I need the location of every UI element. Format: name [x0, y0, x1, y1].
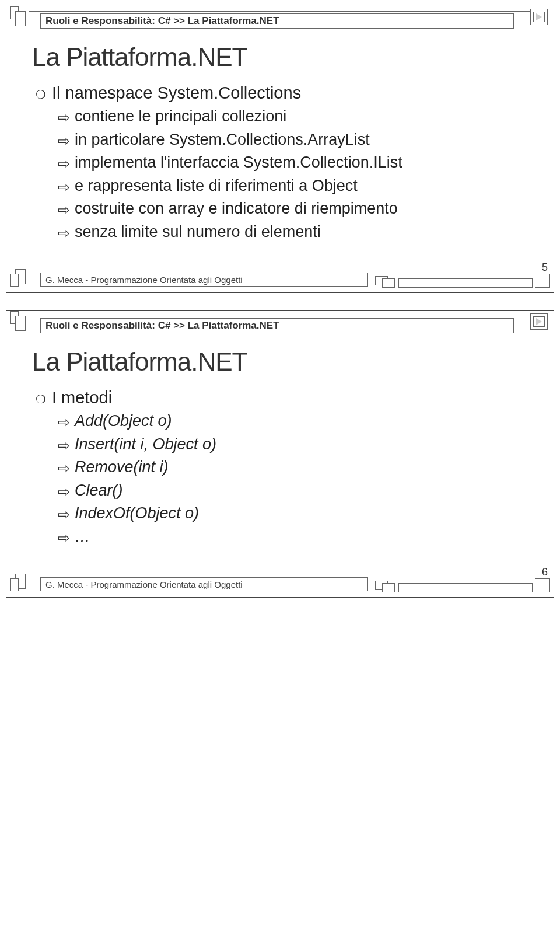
- footer-text-box: G. Mecca - Programmazione Orientata agli…: [40, 273, 368, 287]
- list-item-text: costruite con array e indicatore di riem…: [75, 198, 531, 219]
- list-item: ⇨ IndexOf(Object o): [58, 503, 531, 524]
- arrow-icon: ⇨: [58, 106, 70, 127]
- footer-text: G. Mecca - Programmazione Orientata agli…: [46, 275, 243, 285]
- list-item-text: implementa l'interfaccia System.Collecti…: [75, 152, 531, 173]
- list-item-text: Insert(int i, Object o): [75, 434, 531, 455]
- list-item: ⇨ in particolare System.Collections.Arra…: [58, 130, 531, 151]
- breadcrumb: Ruoli e Responsabilità: C# >> La Piattaf…: [40, 318, 514, 333]
- slide-1: Ruoli e Responsabilità: C# >> La Piattaf…: [6, 6, 554, 293]
- list-item: ⇨ …: [58, 526, 531, 547]
- arrow-icon: ⇨: [58, 480, 70, 501]
- list-item-text: IndexOf(Object o): [75, 503, 531, 524]
- list-item-text: in particolare System.Collections.ArrayL…: [75, 130, 531, 150]
- list-item-text: Clear(): [75, 480, 531, 501]
- arrow-icon: ⇨: [58, 198, 70, 219]
- list-item-text: contiene le principali collezioni: [75, 106, 531, 127]
- content: La Piattaforma.NET ❍ Il namespace System…: [11, 39, 549, 262]
- topic-text: Il namespace System.Collections: [52, 83, 301, 103]
- arrow-icon: ⇨: [58, 526, 70, 547]
- slide-frame: Ruoli e Responsabilità: C# >> La Piattaf…: [6, 6, 554, 293]
- list-item: ⇨ Clear(): [58, 480, 531, 501]
- header-ornament-right: [530, 9, 550, 27]
- circle-bullet-icon: ❍: [36, 392, 46, 406]
- list-item-text: senza limite sul numero di elementi: [75, 222, 531, 242]
- list-item: ⇨ implementa l'interfaccia System.Collec…: [58, 152, 531, 173]
- header: Ruoli e Responsabilità: C# >> La Piattaf…: [11, 11, 549, 31]
- footer: G. Mecca - Programmazione Orientata agli…: [11, 269, 549, 288]
- footer-ornament-right: 5: [375, 271, 550, 290]
- footer: G. Mecca - Programmazione Orientata agli…: [11, 574, 549, 592]
- breadcrumb-text: Ruoli e Responsabilità: C# >> La Piattaf…: [46, 320, 279, 332]
- topic-text: I metodi: [52, 388, 112, 407]
- arrow-icon: ⇨: [58, 457, 70, 478]
- list-item: ⇨ senza limite sul numero di elementi: [58, 222, 531, 243]
- list-item-text: Remove(int i): [75, 457, 531, 477]
- footer-text-box: G. Mecca - Programmazione Orientata agli…: [40, 577, 368, 591]
- page-title: La Piattaforma.NET: [32, 347, 531, 376]
- slide-2: Ruoli e Responsabilità: C# >> La Piattaf…: [6, 310, 554, 598]
- play-icon: [536, 318, 542, 325]
- arrow-icon: ⇨: [58, 222, 70, 243]
- list-item: ⇨ Remove(int i): [58, 457, 531, 478]
- list-item-text: Add(Object o): [75, 411, 531, 431]
- arrow-icon: ⇨: [58, 411, 70, 432]
- list-item: ⇨ costruite con array e indicatore di ri…: [58, 198, 531, 219]
- header-ornament-left: [9, 6, 33, 30]
- footer-ornament-left: [9, 268, 33, 291]
- footer-ornament-right: 6: [375, 576, 550, 595]
- header-ornament-left: [9, 311, 33, 334]
- list-item-text: e rappresenta liste di riferimenti a Obj…: [75, 176, 531, 196]
- page-title: La Piattaforma.NET: [32, 43, 531, 72]
- breadcrumb: Ruoli e Responsabilità: C# >> La Piattaf…: [40, 13, 514, 29]
- breadcrumb-text: Ruoli e Responsabilità: C# >> La Piattaf…: [46, 15, 279, 27]
- topic-line: ❍ I metodi: [36, 388, 531, 407]
- arrow-icon: ⇨: [58, 130, 70, 151]
- play-icon: [536, 13, 542, 20]
- arrow-icon: ⇨: [58, 176, 70, 197]
- list-item: ⇨ Add(Object o): [58, 411, 531, 432]
- page-number: 6: [542, 566, 548, 578]
- footer-text: G. Mecca - Programmazione Orientata agli…: [46, 580, 243, 589]
- footer-ornament-left: [9, 573, 33, 596]
- list-item-text: …: [75, 526, 531, 547]
- page-number: 5: [542, 261, 548, 274]
- slide-frame: Ruoli e Responsabilità: C# >> La Piattaf…: [6, 310, 554, 598]
- circle-bullet-icon: ❍: [36, 88, 46, 102]
- header: Ruoli e Responsabilità: C# >> La Piattaf…: [11, 316, 549, 336]
- arrow-icon: ⇨: [58, 503, 70, 524]
- content: La Piattaforma.NET ❍ I metodi ⇨ Add(Obje…: [11, 344, 549, 567]
- arrow-icon: ⇨: [58, 152, 70, 173]
- topic-line: ❍ Il namespace System.Collections: [36, 83, 531, 103]
- list-item: ⇨ e rappresenta liste di riferimenti a O…: [58, 176, 531, 197]
- arrow-icon: ⇨: [58, 434, 70, 455]
- list-item: ⇨ contiene le principali collezioni: [58, 106, 531, 127]
- list-item: ⇨ Insert(int i, Object o): [58, 434, 531, 455]
- header-ornament-right: [530, 313, 550, 332]
